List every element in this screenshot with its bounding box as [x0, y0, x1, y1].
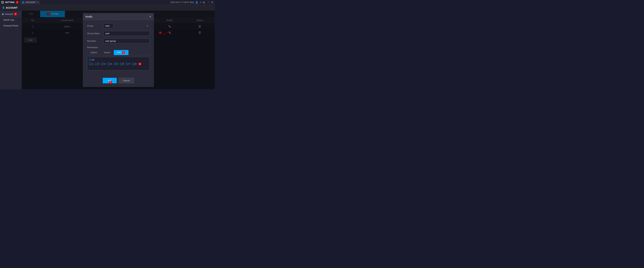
sidebar: ▶ Account 2 ONVIF User Password Reset: [0, 11, 22, 89]
cb2-label: 2: [98, 63, 99, 65]
modal-overlay: Modify ✕ Group user admin: [22, 11, 215, 89]
arrow-icon[interactable]: ↗: [200, 1, 202, 4]
cb-5[interactable]: [114, 63, 116, 65]
datetime-label: 2022-04-27 17:18:57 Wed: [170, 1, 194, 3]
checkbox-6[interactable]: 6: [120, 63, 124, 65]
cb4-label: 4: [110, 63, 112, 65]
account-tab-label: ACCOUNT: [26, 1, 36, 3]
cb-4[interactable]: [108, 63, 110, 65]
chevron-right-icon: ▶: [2, 13, 4, 15]
perm-tab-system[interactable]: System: [87, 50, 101, 55]
page-title: ACCOUNT: [6, 6, 18, 9]
all-label: All: [92, 59, 94, 61]
modal-close-button[interactable]: ✕: [149, 15, 151, 18]
modal-footer: 7 OK Cancel: [83, 76, 154, 87]
cb7-label: 7: [129, 63, 130, 65]
setting-badge: 1: [16, 1, 18, 4]
remarks-field-row: Remarks: [87, 38, 150, 43]
content-area: User 3 Group No. Group Name Remarks Modi…: [22, 11, 215, 89]
grid-icon[interactable]: ⊞: [203, 1, 205, 4]
apps-icon[interactable]: [1, 1, 4, 3]
checkbox-8[interactable]: 8: [132, 63, 136, 65]
checkbox-1[interactable]: 1: [89, 63, 93, 65]
account-person-icon: 👤: [22, 1, 24, 3]
group-name-label: Group Name: [87, 32, 102, 35]
window-controls: − ✕: [208, 1, 213, 4]
title-bar: 👤 ACCOUNT: [0, 5, 215, 11]
group-select-wrapper: user admin: [104, 23, 150, 28]
cb-all[interactable]: [89, 59, 92, 61]
checkbox-2[interactable]: 2: [95, 63, 99, 65]
cb-6[interactable]: [120, 63, 122, 65]
checkbox-4[interactable]: 4: [108, 63, 112, 65]
cb8-label: 8: [135, 63, 136, 65]
group-name-input[interactable]: [104, 31, 150, 36]
modal-header: Modify ✕: [83, 13, 154, 20]
cb1-label: 1: [92, 63, 93, 65]
cb3-label: 3: [104, 63, 106, 65]
remarks-label: Remarks: [87, 40, 102, 42]
cb-1[interactable]: [89, 63, 92, 65]
remarks-input[interactable]: [104, 38, 150, 43]
checkbox-area: All 1 2: [87, 57, 150, 70]
close-button[interactable]: ✕: [211, 1, 213, 4]
checkbox-all-row: All: [89, 59, 148, 61]
cb-8[interactable]: [132, 63, 134, 65]
tab-close-icon[interactable]: ✕: [36, 1, 38, 3]
cb5-label: 5: [117, 63, 118, 65]
cancel-button[interactable]: Cancel: [119, 78, 134, 83]
permission-section: Permission System Search Live 5: [87, 46, 150, 70]
perm-tab-live[interactable]: Live 5: [114, 50, 128, 55]
account-badge: 2: [14, 12, 17, 15]
group-name-field-row: Group Name: [87, 31, 150, 36]
checkbox-7[interactable]: 7: [126, 63, 130, 65]
badge6: 6: [138, 62, 142, 65]
modify-modal: Modify ✕ Group user admin: [83, 13, 154, 87]
account-tab[interactable]: 👤 ACCOUNT ✕: [20, 0, 40, 4]
password-label: Password Reset: [3, 24, 18, 27]
sidebar-item-password[interactable]: Password Reset: [0, 23, 22, 29]
sidebar-account-label: Account: [5, 13, 13, 15]
setting-label: SETTING: [5, 1, 14, 3]
checkbox-numbers-row: 1 2 3: [89, 62, 148, 65]
top-bar-left: SETTING 1 👤 ACCOUNT ✕: [1, 0, 40, 4]
modal-body: Group user admin Group Name: [83, 20, 154, 76]
sidebar-item-account[interactable]: ▶ Account 2: [0, 11, 22, 17]
group-select[interactable]: user admin: [104, 23, 113, 28]
group-field-row: Group user admin: [87, 23, 150, 28]
checkbox-all[interactable]: All: [89, 59, 94, 61]
main-layout: ▶ Account 2 ONVIF User Password Reset Us…: [0, 11, 215, 89]
cb-3[interactable]: [101, 63, 104, 65]
group-label: Group: [87, 24, 102, 27]
perm-tabs: System Search Live 5: [87, 50, 150, 55]
sidebar-item-onvif[interactable]: ONVIF User: [0, 17, 22, 23]
user-icon[interactable]: 👤: [195, 1, 198, 4]
checkbox-3[interactable]: 3: [101, 63, 106, 65]
cb-7[interactable]: [126, 63, 128, 65]
badge5: 5: [122, 51, 125, 54]
cb-2[interactable]: [95, 63, 98, 65]
title-person-icon: 👤: [2, 6, 5, 9]
minimize-button[interactable]: −: [208, 1, 210, 4]
permission-label: Permission: [87, 46, 150, 49]
cb6-label: 6: [123, 63, 124, 65]
onvif-label: ONVIF User: [3, 19, 14, 21]
top-bar-right: 2022-04-27 17:18:57 Wed 👤 ↗ ⊞ − ✕: [170, 1, 213, 4]
badge7: 7: [109, 81, 112, 84]
top-bar: SETTING 1 👤 ACCOUNT ✕ 2022-04-27 17:18:5…: [0, 0, 215, 5]
modal-title: Modify: [86, 15, 92, 18]
checkbox-5[interactable]: 5: [114, 63, 118, 65]
perm-tab-search[interactable]: Search: [101, 50, 114, 55]
